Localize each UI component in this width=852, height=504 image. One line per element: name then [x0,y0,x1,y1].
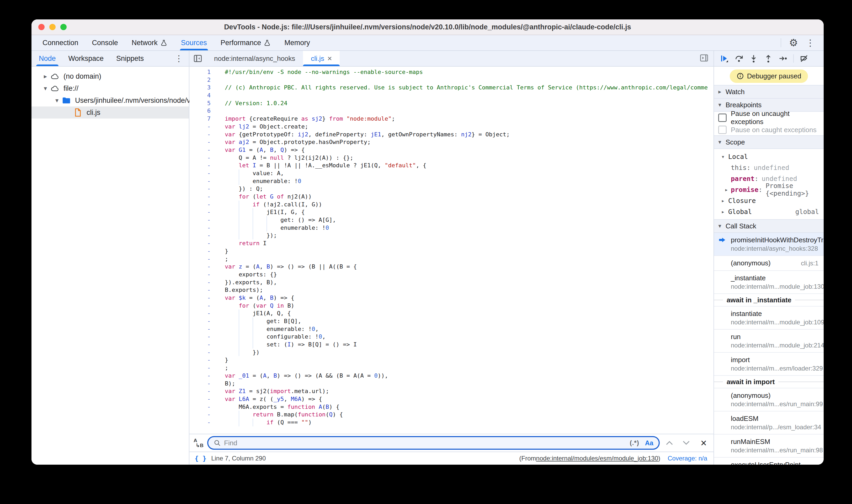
line-number-gutter[interactable]: - [190,185,214,193]
tab-memory[interactable]: Memory [278,35,317,50]
line-number-gutter[interactable]: - [190,294,214,302]
chevron-down-icon[interactable]: ▾ [718,154,728,160]
more-options-icon[interactable]: ⋮ [806,38,815,47]
call-stack-frame[interactable]: _instantiatenode:internal/m...module_job… [714,270,824,293]
line-number-gutter[interactable]: - [190,247,214,255]
tab-connection[interactable]: Connection [36,35,85,50]
coverage-link[interactable]: Coverage: n/a [668,455,707,462]
line-number-gutter[interactable]: - [190,255,214,263]
collapse-debugger-panel-icon[interactable] [699,53,709,64]
find-input[interactable]: Find (.*) Aa [207,436,660,450]
line-number-gutter[interactable]: - [190,418,214,426]
checkbox[interactable] [718,113,727,122]
line-number-gutter[interactable]: - [190,317,214,325]
editor-tab-node-internal-async-hooks[interactable]: node:internal/async_hooks [206,51,303,66]
line-number-gutter[interactable]: - [190,278,214,286]
close-window-button[interactable] [38,24,45,30]
line-number-gutter[interactable]: - [190,193,214,201]
step-button[interactable] [779,54,787,63]
deactivate-breakpoints-button[interactable] [800,54,809,63]
editor-tab-cli-js[interactable]: cli.js× [303,51,340,66]
line-number-gutter[interactable]: 3 [190,84,214,91]
line-number-gutter[interactable]: - [190,239,214,247]
tree-item-cli-js[interactable]: cli.js [32,106,189,119]
chevron-right-icon[interactable]: ▸ [722,186,731,193]
find-replace-icon[interactable]: A↳B [194,438,205,448]
line-number-gutter[interactable]: - [190,286,214,294]
line-number-gutter[interactable]: - [190,387,214,395]
call-stack-frame[interactable]: (anonymous)cli.js:1 [714,255,824,270]
call-stack-frame[interactable]: runnode:internal/m...module_job:214 [714,329,824,352]
line-number-gutter[interactable]: - [190,263,214,271]
call-stack-frame[interactable]: (anonymous)node:internal/m...es/run_main… [714,388,824,411]
tab-console[interactable]: Console [85,35,125,50]
line-number-gutter[interactable]: 2 [190,76,214,84]
tab-network[interactable]: Network [125,35,174,50]
scope-group-local[interactable]: ▾Local [714,151,824,162]
find-next-button[interactable] [682,440,690,446]
line-number-gutter[interactable]: - [190,333,214,341]
match-case-toggle[interactable]: Aa [645,439,653,447]
source-map-link[interactable]: node:internal/modules/esm/module_job:130 [536,455,658,462]
call-stack-frame[interactable]: loadESMnode:internal/p.../esm_loader:34 [714,411,824,434]
call-stack-section-header[interactable]: ▾ Call Stack [714,219,824,233]
find-previous-button[interactable] [665,440,673,446]
line-number-gutter[interactable]: - [190,380,214,388]
scope-variable-promise[interactable]: ▸promise:Promise {<pending>} [714,184,824,195]
tree-item-file-[interactable]: ▾file:// [32,82,189,94]
scope-group-global[interactable]: ▸Globalglobal [714,206,824,217]
line-number-gutter[interactable]: - [190,372,214,380]
watch-section-header[interactable]: ▸ Watch [714,85,824,98]
minimize-window-button[interactable] [49,24,56,30]
line-number-gutter[interactable]: - [190,146,214,154]
tab-sources[interactable]: Sources [174,35,214,50]
call-stack-frame[interactable]: importnode:internal/m...esm/loader:329 [714,352,824,375]
navigator-tab-node[interactable]: Node [33,51,62,66]
line-number-gutter[interactable]: - [190,123,214,131]
line-number-gutter[interactable]: - [190,169,214,177]
call-stack-frame[interactable]: instantiatenode:internal/m...module_job:… [714,306,824,329]
tab-performance[interactable]: Performance [214,35,278,50]
close-tab-icon[interactable]: × [327,54,332,63]
step-over-button[interactable] [734,54,743,63]
step-into-button[interactable] [749,54,758,63]
settings-gear-icon[interactable]: ⚙ [789,38,798,48]
line-number-gutter[interactable]: - [190,411,214,418]
find-close-icon[interactable]: × [700,438,707,448]
line-number-gutter[interactable]: - [190,162,214,169]
line-number-gutter[interactable]: - [190,177,214,185]
line-number-gutter[interactable]: - [190,201,214,209]
call-stack-frame[interactable]: runMainESMnode:internal/m...es/run_main:… [714,434,824,457]
chevron-down-icon[interactable]: ▾ [52,97,61,104]
chevron-right-icon[interactable]: ▸ [718,209,728,215]
line-number-gutter[interactable]: 6 [190,107,214,115]
navigator-tab-workspace[interactable]: Workspace [62,51,110,66]
pretty-print-icon[interactable]: { } [195,455,207,462]
line-number-gutter[interactable]: - [190,271,214,278]
line-number-gutter[interactable]: 7 [190,115,214,123]
line-number-gutter[interactable]: 5 [190,100,214,107]
scope-variable-this[interactable]: this:undefined [714,162,824,173]
collapse-navigator-icon[interactable] [190,51,206,66]
line-number-gutter[interactable]: - [190,224,214,232]
line-number-gutter[interactable]: - [190,154,214,162]
line-number-gutter[interactable]: - [190,341,214,348]
code-editor[interactable]: 1#!/usr/bin/env -S node --no-warnings --… [190,67,713,434]
navigator-more-options-icon[interactable]: ⋮ [175,51,189,66]
call-stack-frame[interactable]: promiseInitHookWithDestroyTr...node:inte… [714,233,824,255]
line-number-gutter[interactable]: 4 [190,91,214,100]
chevron-right-icon[interactable]: ▸ [718,197,728,204]
chevron-right-icon[interactable]: ▸ [41,73,50,80]
line-number-gutter[interactable]: - [190,302,214,310]
line-number-gutter[interactable]: - [190,395,214,403]
step-out-button[interactable] [764,54,773,63]
call-stack-frame[interactable]: executeUserEntryPointnode:internal/m...s… [714,457,824,465]
line-number-gutter[interactable]: - [190,364,214,372]
line-number-gutter[interactable]: - [190,208,214,216]
line-number-gutter[interactable]: - [190,348,214,356]
line-number-gutter[interactable]: - [190,138,214,146]
checkbox[interactable] [718,126,727,134]
line-number-gutter[interactable]: - [190,403,214,411]
line-number-gutter[interactable]: - [190,309,214,317]
navigator-tab-snippets[interactable]: Snippets [110,51,150,66]
